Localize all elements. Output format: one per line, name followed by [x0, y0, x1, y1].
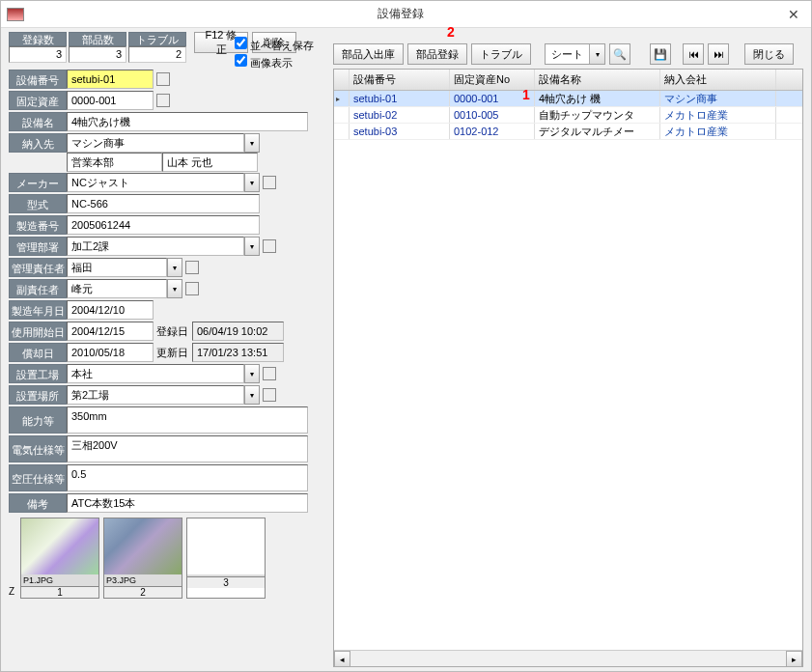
horizontal-scrollbar[interactable]: ◂ ▸ [334, 650, 802, 666]
equip-name-label: 設備名 [9, 112, 67, 131]
close-button[interactable]: 閉じる [744, 43, 794, 65]
capacity-input[interactable]: 350mm [67, 406, 308, 434]
depdate-input[interactable]: 2010/05/18 [67, 343, 154, 362]
grid-header-vendor[interactable]: 納入会社 [660, 70, 776, 90]
submgr-dropdown-icon[interactable]: ▾ [167, 279, 182, 298]
last-record-icon[interactable]: ⏭ [708, 43, 729, 65]
equip-no-label: 設備番号 [9, 70, 67, 89]
maker-label: メーカー [9, 173, 67, 192]
plant-input[interactable]: 本社 [67, 364, 244, 383]
mgmt-dept-input[interactable]: 加工2課 [67, 237, 244, 256]
right-panel: 部品入出庫 部品登録 トラブル シート▾ 🔍 💾 ⏮ ⏭ 閉じる [333, 28, 811, 671]
maker-dropdown-icon[interactable]: ▾ [244, 173, 260, 192]
table-row[interactable]: setubi-030102-012デジタルマルチメーメカトロ産業 [334, 124, 802, 140]
grid-header-equipname[interactable]: 設備名称 [535, 70, 660, 90]
usestart-label: 使用開始日 [9, 322, 67, 341]
maker-btn[interactable] [263, 176, 276, 189]
loc-input[interactable]: 第2工場 [67, 385, 244, 405]
main-window: 設備登録 ✕ 1 2 登録数3 部品数3 トラブル2 F12 修正 削除 並べ替… [0, 0, 812, 672]
stat-count-value: 3 [9, 46, 67, 63]
mgmt-dept-dropdown-icon[interactable]: ▾ [244, 237, 260, 256]
submgr-btn[interactable] [185, 282, 199, 295]
data-grid: 設備番号 固定資産No 設備名称 納入会社 setubi-010000-0014… [333, 69, 803, 667]
upddate-value: 17/01/23 13:51 [192, 343, 284, 362]
titlebar: 設備登録 ✕ [1, 1, 811, 28]
model-input[interactable]: NC-566 [67, 194, 260, 213]
table-row[interactable]: setubi-010000-0014軸穴あけ 機マシン商事 [334, 91, 802, 107]
equip-no-btn[interactable] [156, 72, 170, 86]
thumb-1[interactable]: P1.JPG1 [20, 518, 99, 599]
marker-1: 1 [522, 87, 530, 102]
submgr-input[interactable]: 峰元 [67, 279, 167, 298]
marker-2: 2 [447, 24, 455, 40]
parts-io-button[interactable]: 部品入出庫 [333, 43, 404, 65]
asset-no-label: 固定資産No [9, 91, 67, 110]
air-label: 空圧仕様等 [9, 464, 67, 491]
mgmt-dept-label: 管理部署 [9, 237, 67, 256]
dest-input[interactable]: マシン商事 [67, 133, 244, 153]
capacity-label: 能力等 [9, 406, 67, 434]
zoom-label: Z [9, 514, 20, 599]
elec-input[interactable]: 三相200V [67, 435, 308, 462]
depdate-label: 償却日 [9, 343, 67, 362]
first-record-icon[interactable]: ⏮ [683, 43, 704, 65]
loc-btn[interactable] [263, 388, 276, 402]
thumbnail-strip: P1.JPG1 P3.JPG2 3 [20, 518, 266, 599]
upddate-label: 更新日 [154, 346, 192, 360]
regdate-label: 登録日 [154, 324, 192, 339]
model-label: 型式 [9, 194, 67, 213]
dest-dropdown-icon[interactable]: ▾ [244, 133, 260, 153]
grid-header: 設備番号 固定資産No 設備名称 納入会社 [334, 70, 802, 91]
mgr-input[interactable]: 福田 [67, 258, 167, 277]
plant-label: 設置工場 [9, 364, 67, 383]
regdate-value: 06/04/19 10:02 [192, 322, 284, 341]
dept-input[interactable]: 営業本部 [67, 153, 162, 172]
print-icon[interactable]: 🔍 [609, 43, 630, 65]
person-input[interactable]: 山本 元也 [162, 153, 258, 172]
mfgno-input[interactable]: 2005061244 [67, 215, 260, 235]
equip-name-input[interactable]: 4軸穴あけ機 [67, 112, 308, 131]
grid-row-selector-header[interactable] [334, 70, 350, 90]
scroll-left-icon[interactable]: ◂ [334, 651, 350, 667]
mgr-dropdown-icon[interactable]: ▾ [167, 258, 182, 277]
close-icon[interactable]: ✕ [776, 3, 811, 26]
mfgdate-input[interactable]: 2004/12/10 [67, 300, 154, 320]
air-input[interactable]: 0.5 [67, 464, 308, 491]
thumb-3[interactable]: 3 [186, 518, 266, 599]
asset-no-btn[interactable] [156, 94, 170, 107]
plant-dropdown-icon[interactable]: ▾ [244, 364, 260, 383]
table-row[interactable]: setubi-020010-005自動チップマウンタメカトロ産業 [334, 107, 802, 124]
grid-header-equipno[interactable]: 設備番号 [350, 70, 450, 90]
chevron-down-icon[interactable]: ▾ [589, 44, 604, 64]
equip-no-input[interactable]: setubi-01 [67, 70, 154, 89]
parts-reg-button[interactable]: 部品登録 [407, 43, 467, 65]
sort-save-checkbox[interactable]: 並べ替え保存 [235, 37, 314, 54]
mgr-label: 管理責任者 [9, 258, 67, 277]
mfgno-label: 製造番号 [9, 215, 67, 235]
elec-label: 電気仕様等 [9, 435, 67, 462]
loc-dropdown-icon[interactable]: ▾ [244, 385, 260, 405]
mgmt-dept-btn[interactable] [263, 239, 276, 253]
maker-input[interactable]: NCジャスト [67, 173, 244, 192]
sheet-dropdown[interactable]: シート▾ [545, 43, 605, 65]
thumb-2[interactable]: P3.JPG2 [103, 518, 182, 599]
trouble-button[interactable]: トラブル [471, 43, 531, 65]
stat-count-label: 登録数 [9, 32, 67, 46]
stat-parts-value: 3 [69, 46, 126, 63]
dest-label: 納入先 [9, 133, 67, 153]
asset-no-input[interactable]: 0000-001 [67, 91, 154, 110]
plant-btn[interactable] [263, 367, 276, 380]
remarks-input[interactable]: ATC本数15本 [67, 493, 308, 513]
scroll-right-icon[interactable]: ▸ [786, 651, 802, 667]
left-panel: 登録数3 部品数3 トラブル2 F12 修正 削除 並べ替え保存 画像表示 設備… [1, 28, 333, 671]
loc-label: 設置場所 [9, 385, 67, 405]
usestart-input[interactable]: 2004/12/15 [67, 322, 154, 341]
save-icon[interactable]: 💾 [650, 43, 671, 65]
mgr-btn[interactable] [185, 261, 199, 274]
stat-parts-label: 部品数 [69, 32, 126, 46]
grid-body: setubi-010000-0014軸穴あけ 機マシン商事 setubi-020… [334, 91, 802, 650]
submgr-label: 副責任者 [9, 279, 67, 298]
remarks-label: 備考 [9, 493, 67, 513]
window-title: 設備登録 [24, 6, 776, 22]
stat-trouble-value: 2 [128, 46, 186, 63]
